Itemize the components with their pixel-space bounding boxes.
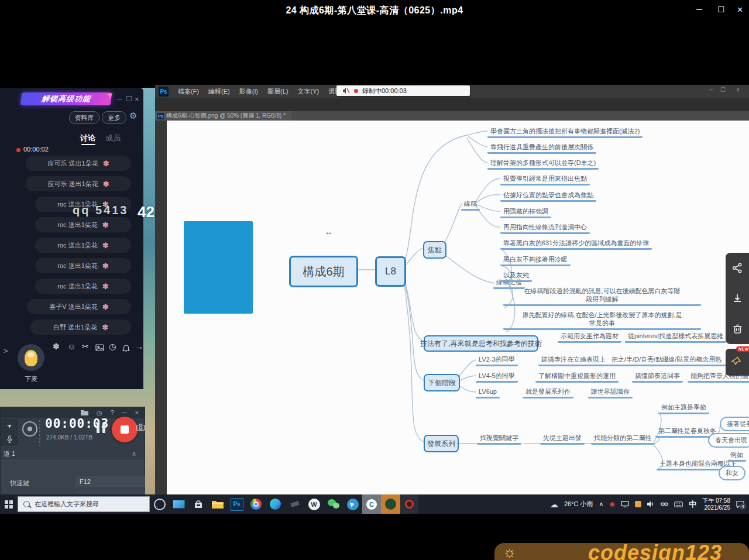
taskbar-wechat[interactable] <box>324 494 343 514</box>
tray-chevron-up-icon[interactable]: ∧ <box>599 500 604 508</box>
ime-indicator[interactable]: 中 <box>689 499 696 510</box>
unlock-features-banner[interactable]: 解锁高级功能 <box>20 92 112 105</box>
chat-message: roc 送出1朵花 ✽ <box>35 238 131 253</box>
gear-icon[interactable]: ⚙ <box>129 111 137 121</box>
tray-keyboard-icon[interactable] <box>674 501 683 507</box>
windows-logo-icon <box>5 500 13 509</box>
help-icon[interactable]: ? <box>111 409 114 416</box>
more-button-label: 更多 <box>108 114 121 122</box>
taskbar-plane-app[interactable] <box>343 494 362 514</box>
weather-cloud-icon[interactable]: ☁ <box>550 500 558 509</box>
tray-app-icon[interactable] <box>635 501 641 507</box>
taskbar-green-app-active[interactable] <box>381 494 400 514</box>
arrow-right-icon[interactable]: → <box>135 342 143 351</box>
mic-off-label[interactable]: 下麦 <box>25 375 37 383</box>
menu-type[interactable]: 文字(Y) <box>293 85 324 98</box>
recorder-close-button[interactable]: × <box>135 409 139 416</box>
tray-link-icon[interactable] <box>661 501 668 507</box>
pin-tool-tile[interactable] <box>726 349 749 376</box>
tab-members[interactable]: 成员 <box>105 133 121 143</box>
avatar[interactable] <box>18 344 44 371</box>
ps-close-button[interactable]: × <box>736 87 740 93</box>
taskbar-recorder-app-active[interactable] <box>400 494 418 514</box>
video-maximize-button[interactable]: ☐ <box>717 5 725 14</box>
hotkey-field[interactable]: F12 <box>75 476 145 487</box>
flower-icon: ✽ <box>102 282 109 291</box>
flower-gift-icon[interactable]: ✽ <box>53 342 60 351</box>
taskbar-mail[interactable] <box>169 494 188 514</box>
mic-icon[interactable] <box>7 435 12 443</box>
ps-minimize-button[interactable]: ─ <box>709 87 713 93</box>
library-button[interactable]: 资料库 <box>69 111 99 124</box>
screenshot-camera-icon[interactable] <box>136 424 145 431</box>
mail-icon <box>173 500 185 509</box>
chat-window: 解锁高级功能 ➤ ─ ☐ × 资料库 更多 ⚙ 讨论 成员 00:00:02 应… <box>0 88 143 389</box>
share-icon[interactable] <box>732 263 743 273</box>
tab-discuss[interactable]: 讨论 <box>80 133 95 143</box>
recorder-minimize-button[interactable]: ─ <box>122 409 127 416</box>
bell-icon[interactable] <box>122 344 130 352</box>
tray-time: 下午 07:58 <box>702 497 730 504</box>
stop-button[interactable] <box>112 417 138 442</box>
cursor-capture-icon[interactable]: ➤ <box>5 421 13 430</box>
scissors-icon[interactable]: ✂ <box>82 342 89 351</box>
taskbar-explorer[interactable] <box>208 494 227 514</box>
tray-speaker-icon[interactable] <box>647 501 655 507</box>
w-app-icon: W <box>308 499 320 510</box>
mindmap-leaf: 找能分類的第二屬性 <box>591 434 655 445</box>
mindmap-nextstage-node: 下個階段 <box>424 374 460 391</box>
mindmap-leaf: 搞懂節奏這回事 <box>632 372 683 383</box>
menu-layer[interactable]: 圖層(L) <box>263 85 293 98</box>
flower-icon: ✽ <box>102 241 109 250</box>
menu-image[interactable]: 影像(I) <box>235 85 263 98</box>
ps-maximize-button[interactable]: ☐ <box>720 87 726 93</box>
video-close-button[interactable]: × <box>737 5 743 15</box>
recorder-divider <box>39 420 40 446</box>
taskbar-store[interactable] <box>188 494 208 514</box>
pause-button[interactable] <box>97 422 106 433</box>
chevron-right-icon[interactable]: > <box>4 346 8 355</box>
taskbar-chrome[interactable] <box>246 494 266 514</box>
taskbar-photoshop[interactable]: Ps <box>227 494 246 514</box>
mindmap-technique-node: 技法有了,再來就是思考和找參考的技術 <box>424 335 538 352</box>
menu-file[interactable]: 檔案(F) <box>173 85 204 98</box>
recorder-app-icon <box>405 500 414 509</box>
blue-rectangle-shape <box>184 221 253 314</box>
chat-close-button[interactable]: × <box>135 95 139 104</box>
taskbar-c-app-active[interactable]: C <box>362 494 381 514</box>
menu-edit[interactable]: 編輯(E) <box>204 85 235 98</box>
tray-clock[interactable]: 下午 07:58 2021/6/25 <box>702 497 730 511</box>
notification-center[interactable]: 4 <box>736 501 744 508</box>
edge-icon <box>270 499 281 510</box>
schedule-clock-icon[interactable]: ◷ <box>97 409 102 417</box>
ps-document-tabbar: Ps 構成6期-心智圖.png @ 50% (圖層 1, RGB/8) * <box>155 111 749 121</box>
download-icon[interactable] <box>732 293 743 304</box>
taskbar-edge[interactable] <box>266 494 285 514</box>
webcam-icon[interactable] <box>22 421 37 437</box>
trash-icon[interactable] <box>733 324 743 334</box>
image-icon[interactable] <box>95 344 104 351</box>
mindmap-oval-node: 春天會出現 <box>708 433 749 448</box>
video-minimize-button[interactable]: ─ <box>696 5 702 14</box>
chevron-up-icon[interactable]: ∧ <box>132 450 136 458</box>
taskbar-unknown-tool[interactable] <box>285 494 304 514</box>
taskbar-w-app[interactable]: W <box>304 494 324 514</box>
emoji-icon[interactable]: ☺ <box>67 342 75 351</box>
folder-icon[interactable] <box>81 410 88 415</box>
chat-minimize-button[interactable]: ─ <box>117 95 122 103</box>
document-tab[interactable]: Ps 構成6期-心智圖.png @ 50% (圖層 1, RGB/8) * <box>155 111 291 121</box>
wedge-icon <box>290 501 299 507</box>
cortana-button[interactable] <box>150 494 169 514</box>
tray-record-icon[interactable]: ◉ <box>610 500 616 508</box>
taskbar-search[interactable]: 在這裡輸入文字來搜尋 <box>18 496 150 512</box>
start-button[interactable] <box>0 494 18 514</box>
tray-monitor-icon[interactable] <box>621 501 629 507</box>
more-button[interactable]: 更多 <box>102 111 126 124</box>
weather-text[interactable]: 26°C 小雨 <box>564 500 593 509</box>
paper-plane-icon <box>347 499 359 510</box>
chat-maximize-button[interactable]: ☐ <box>126 95 132 103</box>
history-clock-icon[interactable]: ◷ <box>109 342 116 351</box>
chat-message-text: roc 送出1朵花 <box>57 262 97 270</box>
cortana-icon <box>154 499 166 510</box>
mindmap-leaf: LV6up <box>476 388 500 398</box>
